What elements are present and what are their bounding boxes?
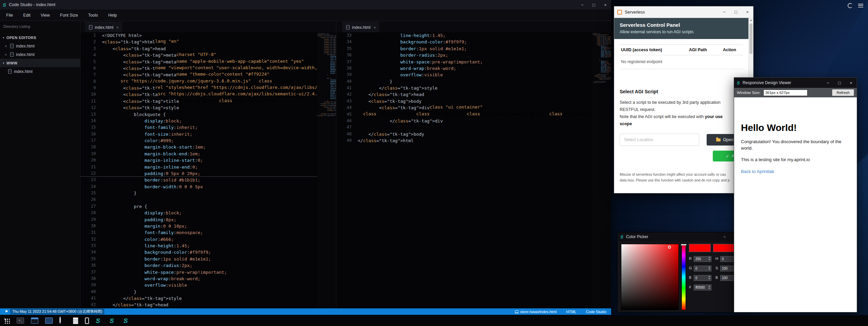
menu-file[interactable]: File bbox=[6, 13, 13, 18]
code-line[interactable]: 29 padding:8px; bbox=[81, 216, 317, 223]
code-line[interactable]: 43 <class="tk-tag">body> bbox=[336, 98, 592, 104]
menu-help[interactable]: Help bbox=[108, 13, 117, 18]
hue-slider[interactable] bbox=[681, 244, 686, 310]
code-line[interactable]: 39 overflow:visible bbox=[81, 282, 317, 288]
code-line[interactable]: 36 border-radius:2px; bbox=[81, 262, 317, 269]
code-studio-taskbar-icon[interactable]: S bbox=[96, 318, 100, 324]
code-line[interactable]: 35 border:1px solid #e1e1e1; bbox=[81, 256, 317, 262]
open-editors-section-header[interactable]: ▾ OPEN EDITORS bbox=[0, 33, 80, 42]
code-line[interactable]: 10 <class="tk-tag">script src="https://c… bbox=[81, 91, 317, 98]
status-file-path[interactable]: store:/www/index.html bbox=[515, 310, 557, 314]
code-line[interactable]: 14 display:block; bbox=[81, 118, 317, 124]
code-line[interactable]: 11 <class="tk-tag">title>Testing Site</c… bbox=[81, 98, 317, 104]
tab-index-html[interactable]: index.html × bbox=[342, 22, 379, 32]
code-line[interactable]: 28 display:block; bbox=[81, 210, 317, 216]
code-line[interactable]: 41 </class="tk-tag">style> bbox=[336, 85, 592, 91]
close-button[interactable]: × bbox=[845, 78, 857, 88]
maximize-button[interactable]: □ bbox=[834, 78, 845, 88]
close-icon[interactable]: × bbox=[117, 25, 119, 30]
code-line[interactable]: 23 border:solid #b1b1b1; bbox=[81, 177, 317, 183]
minimize-button[interactable]: − bbox=[577, 0, 588, 9]
code-line[interactable]: 42 </class="tk-tag">head> bbox=[81, 302, 317, 308]
minimap[interactable]: <!DOCTYPE html><class="tk-tag">html lang… bbox=[592, 32, 611, 308]
color-cursor[interactable] bbox=[668, 246, 671, 249]
code-editor[interactable]: 1<!DOCTYPE html>2<class="tk-tag">html la… bbox=[81, 32, 317, 308]
close-button[interactable]: × bbox=[742, 6, 753, 18]
search-icon[interactable] bbox=[59, 317, 66, 324]
open-editor-item[interactable]: × index.html bbox=[0, 42, 80, 50]
code-line[interactable]: 24 border-width:0 0 0 5px bbox=[81, 184, 317, 190]
green-input[interactable] bbox=[694, 265, 711, 271]
code-line[interactable]: 34 background-color:#f9f9f9; bbox=[81, 249, 317, 255]
code-line[interactable]: 49</class="tk-tag">html> bbox=[336, 137, 592, 144]
code-line[interactable]: 9 <class="tk-tag">link rel="stylesheet" … bbox=[81, 85, 317, 91]
browser-window-icon[interactable] bbox=[45, 318, 53, 324]
code-line[interactable]: 33 line-height:1.45; bbox=[81, 243, 317, 249]
document-icon[interactable] bbox=[73, 318, 78, 324]
code-line[interactable]: 18 margin-block-start:1em; bbox=[81, 144, 317, 150]
terminal-icon[interactable]: >_ bbox=[17, 318, 24, 324]
menu-icon[interactable] bbox=[858, 4, 863, 7]
code-line[interactable]: 48 </class="tk-tag">body> bbox=[336, 131, 592, 137]
hue-slider-handle[interactable] bbox=[681, 244, 687, 246]
code-line[interactable]: 26 bbox=[81, 196, 317, 203]
phone-icon[interactable] bbox=[85, 318, 89, 324]
close-icon[interactable]: × bbox=[374, 25, 376, 30]
code-studio-taskbar-icon[interactable]: S bbox=[110, 318, 114, 324]
blue-input[interactable] bbox=[694, 274, 711, 281]
back-to-aprintlab-link[interactable]: Back to Aprintlab bbox=[741, 169, 774, 174]
minimize-button[interactable]: − bbox=[719, 6, 730, 18]
tab-index-html[interactable]: index.html × bbox=[85, 22, 122, 32]
window-size-input[interactable] bbox=[763, 90, 808, 96]
code-line[interactable]: 31 font-family:monospace; bbox=[81, 229, 317, 236]
code-line[interactable]: 4 <class="tk-tag">meta charset="UTF-8"> bbox=[81, 52, 317, 58]
code-line[interactable]: 7 <class="tk-tag">meta name="theme-color… bbox=[81, 72, 317, 78]
www-folder-header[interactable]: ▾ WWW bbox=[0, 59, 80, 67]
tree-file-item[interactable]: index.html bbox=[0, 67, 80, 76]
code-line[interactable]: 21 margin-inline-end:0; bbox=[81, 164, 317, 170]
code-line[interactable]: 30 margin:0 0 10px; bbox=[81, 223, 317, 229]
code-line[interactable]: 3 <class="tk-tag">head> bbox=[81, 45, 317, 52]
code-line[interactable]: 12 <class="tk-tag">style> bbox=[81, 104, 317, 111]
titlebar[interactable]: S Code Studio - index.html − □ × bbox=[0, 0, 611, 9]
code-line[interactable]: 45 <class="tk-tag">h1><class="tk-tag">br… bbox=[336, 111, 592, 118]
code-line[interactable]: 44 <class="tk-tag">div class="ui contain… bbox=[336, 104, 592, 111]
maximize-button[interactable]: □ bbox=[588, 0, 600, 9]
code-line[interactable]: 42 </class="tk-tag">head> bbox=[336, 91, 592, 98]
code-line[interactable]: 38 word-wrap:break-word; bbox=[81, 275, 317, 282]
editor-window-icon[interactable] bbox=[31, 318, 38, 324]
code-line[interactable]: 1<!DOCTYPE html> bbox=[81, 32, 317, 39]
red-input[interactable] bbox=[694, 255, 711, 262]
close-icon[interactable]: × bbox=[5, 44, 10, 48]
code-line[interactable]: 47 bbox=[336, 124, 592, 131]
code-line[interactable]: 34 background-color:#f9f9f9; bbox=[336, 39, 592, 45]
code-line[interactable]: 40 } bbox=[336, 78, 592, 85]
open-editor-item[interactable]: × index.html bbox=[0, 50, 80, 59]
code-editor[interactable]: 33 line-height:1.45;34 background-color:… bbox=[336, 32, 592, 308]
code-studio-taskbar-icon[interactable]: S bbox=[123, 318, 128, 324]
code-line[interactable]: 32 color:#666; bbox=[81, 236, 317, 243]
refresh-button[interactable]: Refresh bbox=[832, 89, 854, 96]
saturation-value-area[interactable] bbox=[621, 244, 679, 310]
code-line[interactable]: 36 border-radius:2px; bbox=[336, 52, 592, 58]
menu-font-size[interactable]: Font Size bbox=[60, 13, 78, 18]
code-line[interactable]: 5 <class="tk-tag">meta name="apple-mobil… bbox=[81, 59, 317, 65]
code-line[interactable]: 39 overflow:visible bbox=[336, 72, 592, 78]
code-line[interactable]: 20 margin-inline-start:0; bbox=[81, 157, 317, 164]
code-line[interactable]: 37 white-space:pre-wrap!important; bbox=[81, 269, 317, 275]
close-icon[interactable]: × bbox=[5, 53, 10, 57]
sync-spinner-icon[interactable] bbox=[848, 3, 853, 8]
code-line[interactable]: 41 </class="tk-tag">style> bbox=[81, 295, 317, 302]
code-line[interactable]: 17 color:#999; bbox=[81, 137, 317, 144]
code-line[interactable]: 19 margin-block-end:1em; bbox=[81, 151, 317, 157]
scrollbar-thumb[interactable] bbox=[749, 23, 752, 54]
minimap[interactable]: <!DOCTYPE html><class="tk-tag">html lang… bbox=[317, 32, 336, 308]
scroll-up-icon[interactable]: ▲ bbox=[749, 19, 753, 22]
code-line[interactable]: 46 </class="tk-tag">div> bbox=[336, 118, 592, 124]
menu-tools[interactable]: Tools bbox=[88, 13, 98, 18]
titlebar[interactable]: S Color Picker − bbox=[618, 232, 739, 241]
code-line[interactable]: 6 <class="tk-tag">meta name="viewport" c… bbox=[81, 65, 317, 72]
menu-edit[interactable]: Edit bbox=[23, 13, 31, 18]
menu-view[interactable]: View bbox=[41, 13, 50, 18]
close-button[interactable]: × bbox=[600, 0, 611, 9]
